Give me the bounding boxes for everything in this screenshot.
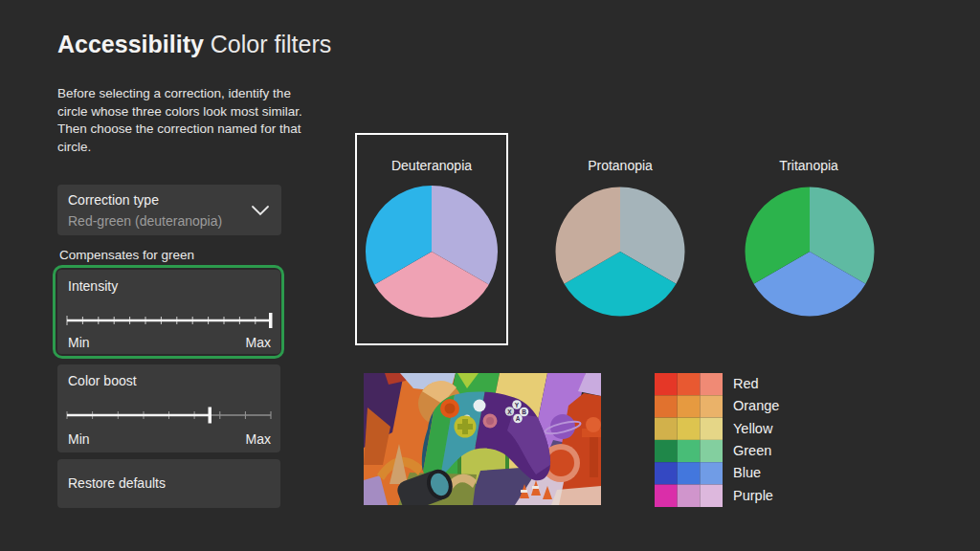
svg-text:B: B (522, 408, 526, 415)
svg-text:A: A (516, 415, 521, 422)
svg-text:X: X (507, 408, 512, 415)
svg-text:Y: Y (515, 402, 520, 408)
